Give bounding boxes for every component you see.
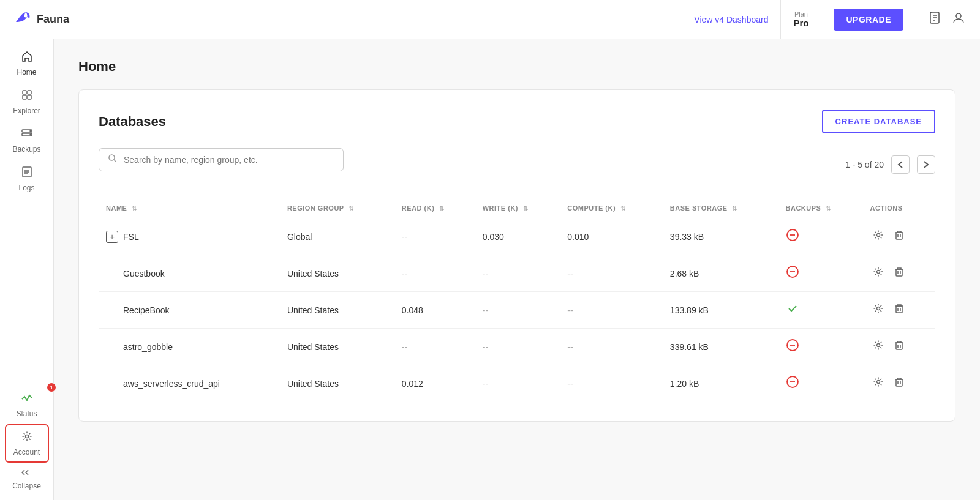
db-write-cell: 0.030 xyxy=(475,218,560,255)
svg-point-4 xyxy=(956,13,961,18)
db-backups-cell xyxy=(778,292,863,329)
db-write-cell: -- xyxy=(475,329,560,365)
db-name-cell: astro_gobble xyxy=(99,329,280,365)
sidebar-item-account[interactable]: Account xyxy=(5,424,49,463)
account-icon xyxy=(21,430,33,446)
sort-storage-icon[interactable]: ⇅ xyxy=(732,205,737,212)
col-write: WRITE (K) ⇅ xyxy=(475,198,560,218)
user-icon[interactable] xyxy=(952,11,965,28)
delete-button[interactable] xyxy=(891,337,907,356)
view-dashboard-link[interactable]: View v4 Dashboard xyxy=(694,15,768,24)
db-name-cell: +FSL xyxy=(99,218,280,255)
sidebar-item-explorer[interactable]: Explorer xyxy=(0,83,53,121)
db-compute-cell: -- xyxy=(560,365,663,402)
col-storage: BASE STORAGE ⇅ xyxy=(663,198,778,218)
pagination-prev-button[interactable] xyxy=(891,155,910,174)
delete-button[interactable] xyxy=(891,264,907,283)
settings-button[interactable] xyxy=(870,337,886,356)
header-icons xyxy=(916,11,965,28)
sidebar-item-status[interactable]: 1 Status xyxy=(0,386,53,424)
svg-point-18 xyxy=(109,155,115,160)
db-compute-cell: 0.010 xyxy=(560,218,663,255)
plan-label: Plan xyxy=(794,10,808,18)
plan-name: Pro xyxy=(793,18,809,28)
card-header: Databases CREATE DATABASE xyxy=(99,110,935,133)
logo: Fauna xyxy=(15,11,69,28)
header-right: View v4 Dashboard Plan Pro UPGRADE xyxy=(694,0,965,39)
sidebar-item-collapse[interactable]: Collapse xyxy=(12,463,41,495)
table-row: GuestbookUnited States------2.68 kB xyxy=(99,255,935,292)
db-name-cell: Guestbook xyxy=(99,255,280,292)
sort-backups-icon[interactable]: ⇅ xyxy=(826,205,831,212)
explorer-icon xyxy=(21,89,33,104)
table-row: RecipeBookUnited States0.048----133.89 k… xyxy=(99,292,935,329)
upgrade-button[interactable]: UPGRADE xyxy=(834,9,903,31)
sidebar-logs-label: Logs xyxy=(18,184,34,192)
sidebar-item-logs[interactable]: Logs xyxy=(0,160,53,198)
col-actions: ACTIONS xyxy=(863,198,935,218)
sidebar-explorer-label: Explorer xyxy=(13,106,40,115)
logo-bird-icon xyxy=(15,11,32,28)
db-backups-cell xyxy=(778,255,863,292)
delete-button[interactable] xyxy=(891,300,907,319)
create-database-button[interactable]: CREATE DATABASE xyxy=(822,110,935,133)
table-row: +FSLGlobal--0.0300.01039.33 kB xyxy=(99,218,935,255)
svg-line-19 xyxy=(114,160,116,162)
db-region-cell: United States xyxy=(280,255,394,292)
backups-enabled-icon xyxy=(786,305,799,318)
db-backups-cell xyxy=(778,365,863,402)
backups-disabled-icon xyxy=(786,379,799,391)
body: Home Explorer xyxy=(0,39,980,500)
db-write-cell: -- xyxy=(475,292,560,329)
db-region-cell: United States xyxy=(280,365,394,402)
settings-button[interactable] xyxy=(870,374,886,393)
expand-icon[interactable]: + xyxy=(106,231,118,243)
svg-point-32 xyxy=(876,307,880,310)
sort-compute-icon[interactable]: ⇅ xyxy=(620,205,626,212)
sidebar-home-label: Home xyxy=(17,68,36,76)
pagination-info: 1 - 5 of 20 xyxy=(845,160,884,170)
content-card: Databases CREATE DATABASE xyxy=(78,89,956,422)
svg-rect-23 xyxy=(896,233,902,239)
status-icon xyxy=(21,392,33,407)
settings-button[interactable] xyxy=(870,227,886,246)
search-bar xyxy=(99,148,344,171)
table-controls: 1 - 5 of 20 xyxy=(845,155,935,174)
settings-button[interactable] xyxy=(870,264,886,283)
svg-rect-33 xyxy=(896,306,902,313)
sidebar-account-label: Account xyxy=(13,448,40,457)
search-input[interactable] xyxy=(124,155,334,165)
sidebar-item-backups[interactable]: Backups xyxy=(0,121,53,160)
col-read: READ (K) ⇅ xyxy=(394,198,475,218)
home-icon xyxy=(21,50,33,65)
sort-read-icon[interactable]: ⇅ xyxy=(439,205,445,212)
sort-region-icon[interactable]: ⇅ xyxy=(349,205,354,212)
docs-icon[interactable] xyxy=(929,11,942,28)
db-actions-cell xyxy=(863,218,935,255)
settings-button[interactable] xyxy=(870,300,886,319)
sort-name-icon[interactable]: ⇅ xyxy=(132,205,137,212)
table-row: astro_gobbleUnited States------339.61 kB xyxy=(99,329,935,365)
db-compute-cell: -- xyxy=(560,329,663,365)
databases-title: Databases xyxy=(99,114,166,130)
db-read-cell: -- xyxy=(394,329,475,365)
page-title: Home xyxy=(78,59,956,75)
pagination-next-button[interactable] xyxy=(917,155,935,174)
sidebar-item-home[interactable]: Home xyxy=(0,44,53,83)
delete-button[interactable] xyxy=(891,227,907,246)
db-backups-cell xyxy=(778,218,863,255)
svg-point-12 xyxy=(30,134,31,135)
col-backups: BACKUPS ⇅ xyxy=(778,198,863,218)
logs-icon xyxy=(21,166,33,181)
delete-button[interactable] xyxy=(891,374,907,393)
svg-point-17 xyxy=(25,435,28,438)
sort-write-icon[interactable]: ⇅ xyxy=(523,205,529,212)
collapse-icon xyxy=(21,468,31,479)
backups-icon xyxy=(21,127,33,143)
db-read-cell: -- xyxy=(394,255,475,292)
db-read-cell: 0.048 xyxy=(394,292,475,329)
db-actions-cell xyxy=(863,365,935,402)
backups-disabled-icon xyxy=(786,232,799,244)
db-backups-cell xyxy=(778,329,863,365)
db-region-cell: United States xyxy=(280,329,394,365)
